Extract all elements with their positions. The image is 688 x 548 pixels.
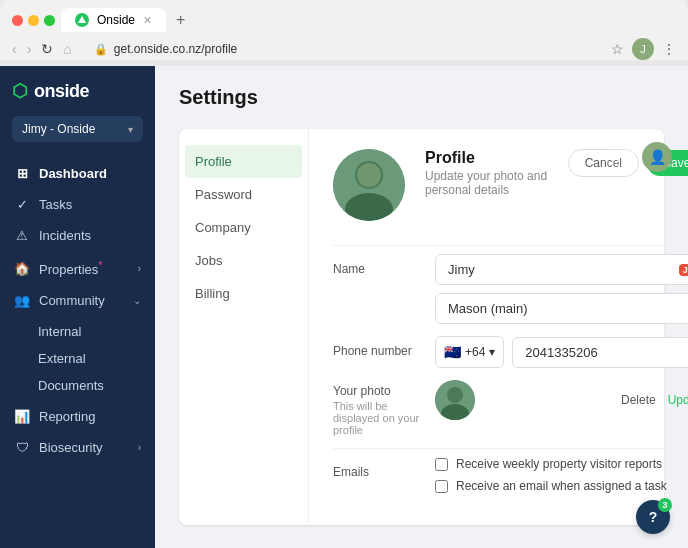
community-icon: 👥 [14, 293, 30, 308]
sidebar-header: ⬡ onside Jimy - Onside ▾ [0, 66, 155, 152]
sidebar-item-label-dashboard: Dashboard [39, 166, 141, 181]
email-option-1-label: Receive weekly property visitor reports [456, 457, 662, 471]
minimize-dot[interactable] [28, 15, 39, 26]
reporting-icon: 📊 [14, 409, 30, 424]
settings-nav-billing[interactable]: Billing [179, 277, 308, 310]
flag-icon: 🇳🇿 [444, 344, 461, 360]
sidebar-item-label-external: External [38, 351, 86, 366]
divider-2 [333, 448, 688, 449]
url-bar[interactable]: 🔒 get.onside.co.nz/profile [82, 38, 601, 60]
last-name-input[interactable] [435, 293, 688, 324]
help-button[interactable]: 3 ? [636, 500, 670, 534]
sidebar-item-label-community: Community [39, 293, 124, 308]
sidebar-item-label-properties: Properties* [39, 259, 129, 277]
settings-nav-label-password: Password [195, 187, 252, 202]
incidents-icon: ⚠ [14, 228, 30, 243]
email-option-1-row: Receive weekly property visitor reports [435, 457, 688, 471]
emails-form-row: Emails Receive weekly property visitor r… [333, 457, 688, 493]
close-dot[interactable] [12, 15, 23, 26]
org-selector-text: Jimy - Onside [22, 122, 95, 136]
settings-sidebar-nav: Profile Password Company Jobs Billing [179, 129, 309, 525]
sidebar-item-internal[interactable]: Internal [0, 318, 155, 345]
settings-header-text: Profile Update your photo and personal d… [425, 149, 548, 197]
star-button[interactable]: ☆ [611, 41, 624, 57]
name-badge: JN [679, 264, 688, 276]
email-option-1-checkbox[interactable] [435, 458, 448, 471]
sidebar-item-external[interactable]: External [0, 345, 155, 372]
photo-actions: Delete Update [621, 393, 688, 407]
sidebar-item-label-internal: Internal [38, 324, 81, 339]
sidebar-item-label-reporting: Reporting [39, 409, 141, 424]
sidebar-item-reporting[interactable]: 📊 Reporting [0, 401, 155, 432]
forward-button[interactable]: › [27, 41, 32, 57]
org-selector[interactable]: Jimy - Onside ▾ [12, 116, 143, 142]
phone-country-selector[interactable]: 🇳🇿 +64 ▾ [435, 336, 504, 368]
new-tab-button[interactable]: + [176, 11, 185, 29]
menu-button[interactable]: ⋮ [662, 41, 676, 57]
sidebar-item-biosecurity[interactable]: 🛡 Biosecurity › [0, 432, 155, 463]
settings-nav-label-billing: Billing [195, 286, 230, 301]
active-tab[interactable]: Onside ✕ [61, 8, 166, 32]
name-fields: JN [435, 254, 688, 324]
settings-nav-jobs[interactable]: Jobs [179, 244, 308, 277]
sidebar-item-tasks[interactable]: ✓ Tasks [0, 189, 155, 220]
phone-form-row: Phone number 🇳🇿 +64 ▾ [333, 336, 688, 368]
tasks-icon: ✓ [14, 197, 30, 212]
tab-close-button[interactable]: ✕ [143, 14, 152, 27]
properties-chevron-icon: › [138, 263, 141, 274]
logo: ⬡ onside [12, 80, 143, 102]
tab-favicon [75, 13, 89, 27]
help-badge: 3 [658, 498, 672, 512]
sidebar-item-dashboard[interactable]: ⊞ Dashboard [0, 158, 155, 189]
settings-nav-profile[interactable]: Profile [185, 145, 302, 178]
first-name-input[interactable] [435, 254, 688, 285]
biosecurity-chevron-icon: › [138, 442, 141, 453]
help-circle-button[interactable]: ? [604, 143, 632, 171]
photo-label: Your photo [333, 380, 423, 398]
svg-point-6 [447, 387, 463, 403]
profile-section-title: Profile [425, 149, 548, 167]
sidebar-item-label-tasks: Tasks [39, 197, 141, 212]
maximize-dot[interactable] [44, 15, 55, 26]
svg-point-4 [357, 163, 381, 187]
email-options: Receive weekly property visitor reports … [435, 457, 688, 493]
properties-icon: 🏠 [14, 261, 30, 276]
sidebar-item-label-biosecurity: Biosecurity [39, 440, 129, 455]
settings-content-area: Profile Update your photo and personal d… [309, 129, 688, 525]
main-content: Settings Profile Password Company Jobs B… [155, 66, 688, 548]
back-button[interactable]: ‹ [12, 41, 17, 57]
phone-number-input[interactable] [512, 337, 688, 368]
email-option-2-checkbox[interactable] [435, 480, 448, 493]
settings-nav-password[interactable]: Password [179, 178, 308, 211]
sidebar-item-label-documents: Documents [38, 378, 104, 393]
profile-avatar-large [333, 149, 405, 221]
name-label: Name [333, 254, 423, 276]
phone-row: 🇳🇿 +64 ▾ [435, 336, 688, 368]
email-option-2-row: Receive an email when assigned a task [435, 479, 688, 493]
profile-circle[interactable]: J [632, 38, 654, 60]
help-icon: ? [649, 509, 658, 525]
settings-nav-company[interactable]: Company [179, 211, 308, 244]
community-chevron-icon: ⌄ [133, 295, 141, 306]
avatar-image [333, 149, 405, 221]
sidebar: ? 👤 ⬡ onside Jimy - Onside ▾ ⊞ Dashboard… [0, 66, 155, 548]
refresh-button[interactable]: ↻ [41, 41, 53, 57]
sidebar-item-incidents[interactable]: ⚠ Incidents [0, 220, 155, 251]
update-photo-button[interactable]: Update [668, 393, 688, 407]
home-button[interactable]: ⌂ [63, 41, 71, 57]
top-right-icons: ? 👤 [604, 142, 672, 172]
first-name-field-wrapper: JN [435, 254, 688, 285]
photo-label-area: Your photo This will be displayed on you… [333, 380, 423, 436]
sidebar-item-community[interactable]: 👥 Community ⌄ [0, 285, 155, 316]
sidebar-item-properties[interactable]: 🏠 Properties* › [0, 251, 155, 285]
sidebar-item-documents[interactable]: Documents [0, 372, 155, 399]
name-form-row: Name JN [333, 254, 688, 324]
delete-photo-button[interactable]: Delete [621, 393, 656, 407]
photo-sublabel: This will be displayed on your profile [333, 400, 423, 436]
phone-label: Phone number [333, 336, 423, 358]
settings-nav-label-jobs: Jobs [195, 253, 222, 268]
logo-icon: ⬡ [12, 80, 28, 102]
email-option-2-label: Receive an email when assigned a task [456, 479, 667, 493]
settings-nav-label-profile: Profile [195, 154, 232, 169]
user-avatar[interactable]: 👤 [642, 142, 672, 172]
